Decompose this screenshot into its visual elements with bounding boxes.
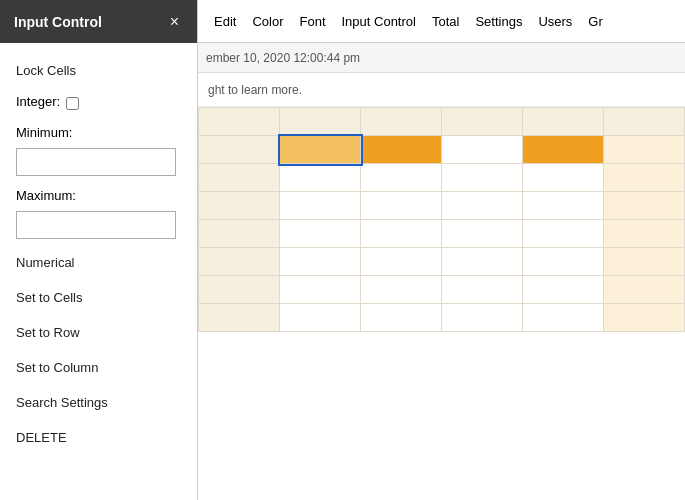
menu-color[interactable]: Color [244, 10, 291, 33]
set-to-column-item[interactable]: Set to Column [16, 350, 181, 385]
info-text: ght to learn more. [208, 83, 302, 97]
main-content: ember 10, 2020 12:00:44 pm ght to learn … [198, 43, 685, 500]
integer-label: Integer: [16, 94, 60, 109]
row-header-1 [199, 136, 280, 164]
spreadsheet-grid [198, 107, 685, 332]
cell-d3[interactable] [523, 192, 604, 220]
row-header-5 [199, 248, 280, 276]
row-header-4 [199, 220, 280, 248]
table-row [199, 136, 685, 164]
cell-c7[interactable] [442, 304, 523, 332]
minimum-input[interactable] [16, 148, 176, 176]
minimum-label: Minimum: [16, 125, 72, 140]
cell-d6[interactable] [523, 276, 604, 304]
cell-e3[interactable] [604, 192, 685, 220]
cell-e7[interactable] [604, 304, 685, 332]
input-control-panel: Input Control × Lock Cells Integer: Mini… [0, 0, 198, 500]
row-header-2 [199, 164, 280, 192]
menu-settings[interactable]: Settings [467, 10, 530, 33]
cell-c1[interactable] [442, 136, 523, 164]
table-row [199, 276, 685, 304]
toolbar-row: ember 10, 2020 12:00:44 pm [198, 43, 685, 73]
cell-e4[interactable] [604, 220, 685, 248]
cell-d4[interactable] [523, 220, 604, 248]
cell-e2[interactable] [604, 164, 685, 192]
col-header-row [199, 108, 685, 136]
panel-body: Lock Cells Integer: Minimum: Maximum: Nu… [0, 43, 197, 500]
cell-e1[interactable] [604, 136, 685, 164]
cell-b1[interactable] [361, 136, 442, 164]
col-header-e [604, 108, 685, 136]
grid-table [198, 107, 685, 332]
cell-b6[interactable] [361, 276, 442, 304]
search-settings-item[interactable]: Search Settings [16, 385, 181, 420]
cell-b2[interactable] [361, 164, 442, 192]
cell-c6[interactable] [442, 276, 523, 304]
table-row [199, 164, 685, 192]
info-row: ght to learn more. [198, 73, 685, 107]
table-row [199, 220, 685, 248]
cell-b5[interactable] [361, 248, 442, 276]
cell-b4[interactable] [361, 220, 442, 248]
cell-c4[interactable] [442, 220, 523, 248]
menu-users[interactable]: Users [530, 10, 580, 33]
cell-b7[interactable] [361, 304, 442, 332]
table-row [199, 304, 685, 332]
maximum-group: Maximum: [16, 182, 181, 245]
col-header-b [361, 108, 442, 136]
integer-checkbox[interactable] [66, 97, 79, 110]
cell-a7[interactable] [280, 304, 361, 332]
maximum-input[interactable] [16, 211, 176, 239]
cell-a2[interactable] [280, 164, 361, 192]
menubar: Edit Color Font Input Control Total Sett… [198, 0, 685, 43]
col-header-a [280, 108, 361, 136]
row-header-7 [199, 304, 280, 332]
set-to-cells-item[interactable]: Set to Cells [16, 280, 181, 315]
menu-gr[interactable]: Gr [580, 10, 610, 33]
col-header-c [442, 108, 523, 136]
cell-a6[interactable] [280, 276, 361, 304]
table-row [199, 192, 685, 220]
cell-b3[interactable] [361, 192, 442, 220]
panel-close-button[interactable]: × [166, 12, 183, 32]
row-header-3 [199, 192, 280, 220]
row-header-6 [199, 276, 280, 304]
cell-d1[interactable] [523, 136, 604, 164]
cell-a3[interactable] [280, 192, 361, 220]
menu-total[interactable]: Total [424, 10, 467, 33]
cell-a1[interactable] [280, 136, 361, 164]
cell-c2[interactable] [442, 164, 523, 192]
minimum-group: Minimum: [16, 119, 181, 182]
numerical-item[interactable]: Numerical [16, 245, 181, 280]
cell-e6[interactable] [604, 276, 685, 304]
cell-a4[interactable] [280, 220, 361, 248]
maximum-label: Maximum: [16, 188, 76, 203]
menu-input-control[interactable]: Input Control [334, 10, 424, 33]
toolbar-datetime: ember 10, 2020 12:00:44 pm [206, 51, 360, 65]
delete-item[interactable]: DELETE [16, 420, 181, 455]
menu-edit[interactable]: Edit [206, 10, 244, 33]
lock-cells-item[interactable]: Lock Cells [16, 53, 181, 88]
cell-a5[interactable] [280, 248, 361, 276]
col-header-d [523, 108, 604, 136]
cell-c5[interactable] [442, 248, 523, 276]
cell-e5[interactable] [604, 248, 685, 276]
cell-d5[interactable] [523, 248, 604, 276]
panel-header: Input Control × [0, 0, 197, 43]
panel-title: Input Control [14, 14, 102, 30]
corner-cell [199, 108, 280, 136]
cell-c3[interactable] [442, 192, 523, 220]
menu-font[interactable]: Font [291, 10, 333, 33]
integer-row: Integer: [16, 88, 181, 119]
table-row [199, 248, 685, 276]
set-to-row-item[interactable]: Set to Row [16, 315, 181, 350]
cell-d2[interactable] [523, 164, 604, 192]
cell-d7[interactable] [523, 304, 604, 332]
